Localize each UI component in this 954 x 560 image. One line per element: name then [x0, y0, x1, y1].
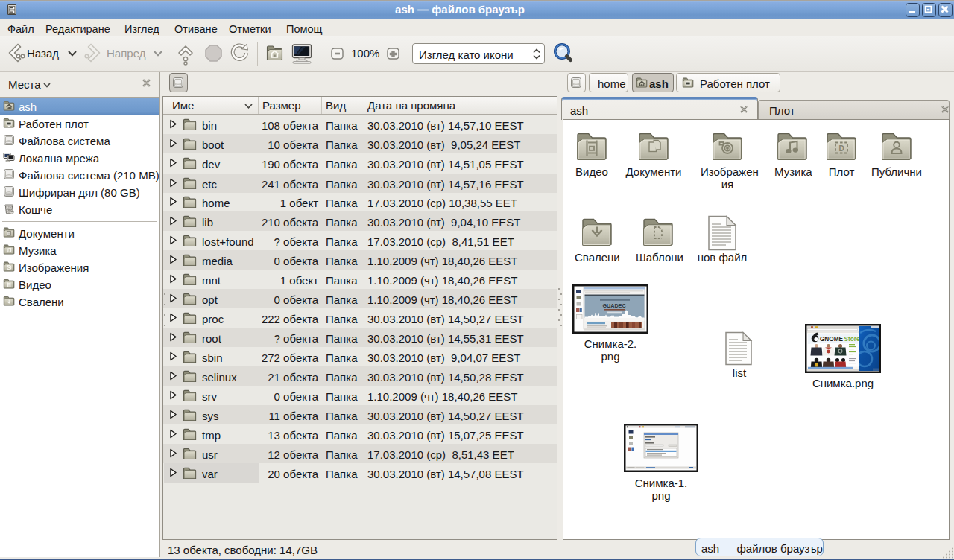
svg-text:D: D	[838, 144, 844, 153]
